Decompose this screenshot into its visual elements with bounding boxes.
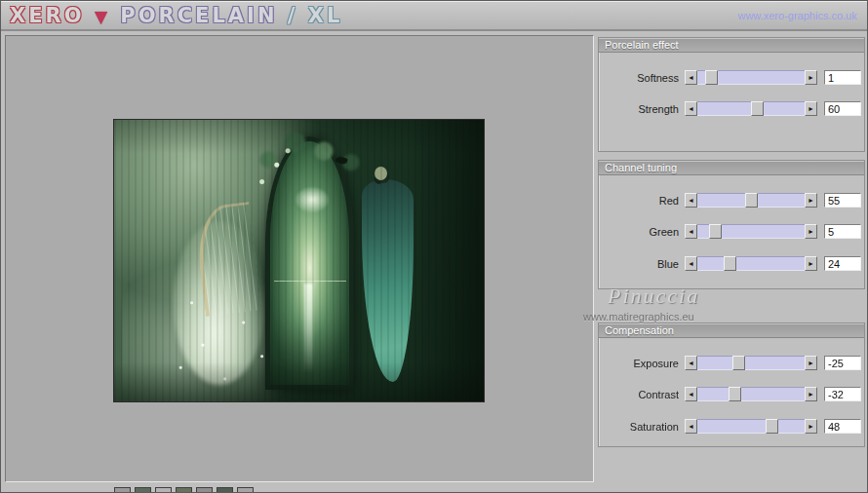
red-label: Red (599, 195, 685, 207)
logo-text-xero: XERO (10, 4, 85, 27)
blue-value-input[interactable] (824, 256, 861, 271)
contrast-slider: ◄ ► (685, 387, 817, 401)
softness-slider-track[interactable] (697, 70, 805, 85)
clipped-bottom-control[interactable] (155, 487, 172, 493)
saturation-slider: ◄ ► (685, 419, 817, 434)
group-porcelain-effect-title: Porcelain effect (599, 38, 864, 53)
logo-slash: / (288, 4, 298, 27)
strength-slider-thumb[interactable] (751, 101, 764, 116)
blue-decrease-button[interactable]: ◄ (685, 256, 697, 271)
strength-increase-button[interactable]: ► (805, 101, 817, 116)
green-decrease-button[interactable]: ◄ (685, 224, 697, 239)
green-label: Green (599, 226, 685, 238)
logo-text-porcelain: PORCELAIN (120, 4, 277, 27)
softness-increase-button[interactable]: ► (805, 70, 817, 85)
saturation-decrease-button[interactable]: ◄ (685, 419, 697, 434)
strength-slider-track[interactable] (697, 101, 805, 116)
red-increase-button[interactable]: ► (805, 193, 817, 208)
exposure-slider-thumb[interactable] (732, 356, 745, 370)
red-value-input[interactable] (824, 193, 861, 208)
contrast-label: Contrast (599, 389, 685, 400)
clipped-bottom-controls (114, 487, 254, 493)
contrast-decrease-button[interactable]: ◄ (685, 387, 697, 401)
exposure-slider: ◄ ► (685, 356, 817, 370)
green-value-input[interactable] (824, 224, 861, 239)
red-slider: ◄ ► (685, 193, 817, 208)
softness-value-input[interactable] (824, 70, 861, 85)
preview-image[interactable] (113, 119, 485, 402)
image-vignette (114, 120, 484, 401)
red-slider-thumb[interactable] (745, 193, 758, 208)
strength-value-input[interactable] (824, 101, 861, 116)
green-slider-thumb[interactable] (709, 224, 722, 239)
group-compensation-title: Compensation (599, 323, 864, 338)
slider-row-saturation: Saturation ◄ ► (599, 418, 864, 435)
slider-row-red: Red ◄ ► (599, 192, 864, 209)
saturation-slider-thumb[interactable] (766, 419, 778, 434)
saturation-label: Saturation (599, 421, 685, 433)
title-bar: XERO ▼ PORCELAIN / XL www.xero-graphics.… (1, 1, 867, 31)
logo-heart-icon: ▼ (95, 7, 110, 26)
strength-label: Strength (599, 103, 685, 115)
exposure-increase-button[interactable]: ► (805, 356, 817, 370)
watermark-signature: Pinuccia (608, 284, 699, 309)
contrast-slider-thumb[interactable] (729, 387, 741, 401)
group-channel-tuning-title: Channel tuning (599, 161, 864, 175)
clipped-bottom-control[interactable] (176, 487, 192, 493)
softness-label: Softness (599, 72, 685, 84)
blue-slider-track[interactable] (697, 256, 805, 271)
contrast-slider-track[interactable] (697, 387, 805, 401)
strength-slider: ◄ ► (685, 101, 817, 116)
contrast-increase-button[interactable]: ► (805, 387, 817, 401)
watermark-url: www.matiregraphics.eu (583, 311, 694, 322)
slider-row-softness: Softness ◄ ► (599, 69, 864, 86)
slider-row-contrast: Contrast ◄ ► (599, 386, 864, 402)
app-logo: XERO ▼ PORCELAIN / XL (10, 4, 342, 27)
website-link[interactable]: www.xero-graphics.co.uk (738, 10, 857, 21)
exposure-slider-track[interactable] (697, 356, 805, 370)
softness-slider: ◄ ► (685, 70, 817, 85)
exposure-label: Exposure (599, 358, 685, 369)
slider-row-strength: Strength ◄ ► (599, 100, 864, 117)
exposure-decrease-button[interactable]: ◄ (685, 356, 697, 370)
saturation-value-input[interactable] (824, 419, 861, 434)
strength-decrease-button[interactable]: ◄ (685, 101, 697, 116)
blue-label: Blue (599, 258, 685, 270)
clipped-bottom-control[interactable] (114, 487, 131, 493)
blue-slider: ◄ ► (685, 256, 817, 271)
contrast-value-input[interactable] (824, 387, 861, 401)
green-increase-button[interactable]: ► (805, 224, 817, 239)
slider-row-green: Green ◄ ► (599, 223, 864, 240)
group-compensation: Compensation Exposure ◄ ► Contrast ◄ ► (598, 322, 865, 447)
clipped-bottom-control[interactable] (217, 487, 233, 493)
green-slider: ◄ ► (685, 224, 817, 239)
blue-increase-button[interactable]: ► (805, 256, 817, 271)
clipped-bottom-control[interactable] (135, 487, 151, 493)
green-slider-track[interactable] (697, 224, 805, 239)
saturation-slider-track[interactable] (697, 419, 805, 434)
plugin-window: XERO ▼ PORCELAIN / XL www.xero-graphics.… (0, 0, 868, 493)
softness-slider-thumb[interactable] (705, 70, 718, 85)
slider-row-blue: Blue ◄ ► (599, 255, 864, 272)
clipped-bottom-control[interactable] (196, 487, 213, 493)
group-porcelain-effect: Porcelain effect Softness ◄ ► Strength ◄… (598, 37, 865, 152)
exposure-value-input[interactable] (824, 356, 861, 370)
clipped-bottom-control[interactable] (237, 487, 254, 493)
red-decrease-button[interactable]: ◄ (685, 193, 697, 208)
preview-pane (5, 35, 594, 482)
softness-decrease-button[interactable]: ◄ (685, 70, 697, 85)
slider-row-exposure: Exposure ◄ ► (599, 355, 864, 371)
group-channel-tuning: Channel tuning Red ◄ ► Green ◄ ► (598, 160, 865, 289)
blue-slider-thumb[interactable] (724, 256, 736, 271)
saturation-increase-button[interactable]: ► (805, 419, 817, 434)
logo-text-xl: XL (308, 4, 343, 27)
red-slider-track[interactable] (697, 193, 805, 208)
